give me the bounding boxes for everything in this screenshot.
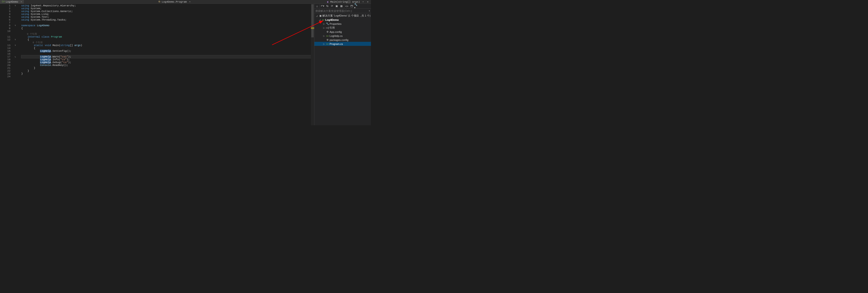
code-line[interactable]	[21, 30, 314, 33]
tree-item-Properties[interactable]: ▷🔧Properties	[314, 22, 371, 26]
expand-arrow-icon[interactable]: ▷	[322, 23, 325, 25]
chevron-down-icon: ▾	[189, 0, 191, 3]
solution-search-input[interactable]	[315, 9, 369, 12]
breadcrumb-file-label: Log4Demo	[6, 0, 18, 3]
tree-item-Program-cs[interactable]: ▷C#Program.cs	[314, 42, 371, 46]
code-line[interactable]: LogHelp.Warn("cs1");	[21, 55, 314, 58]
wrench-icon[interactable]: 🔧▾	[354, 4, 359, 8]
tree-item-label: Properties	[330, 23, 341, 25]
properties-icon[interactable]: 🗔	[349, 4, 354, 8]
breadcrumb-class[interactable]: ⧉ Log4Demo.Program ▾	[156, 0, 193, 4]
chevron-down-icon: ▾	[362, 0, 364, 3]
code-line[interactable]	[21, 52, 314, 55]
sync-icon[interactable]: ⇆	[325, 4, 329, 8]
code-line[interactable]: static void Main(string[] args)	[21, 44, 314, 47]
chevron-down-icon: ▾	[21, 0, 22, 3]
breadcrumb-method[interactable]: ◧ Main(string[] args) ▾	[324, 0, 366, 4]
tree-item-label: 引用	[330, 26, 335, 30]
pencil-icon: ✎	[15, 56, 16, 58]
expand-arrow-icon[interactable]: ▷	[322, 35, 325, 37]
tree-item-label: LogHelp.cs	[330, 35, 343, 37]
tree-item-label: Log4Demo	[325, 19, 339, 21]
scroll-marker	[311, 27, 314, 28]
code-line[interactable]	[21, 75, 314, 78]
view-code-icon[interactable]: <>	[345, 4, 349, 8]
csproj-icon: C#	[321, 19, 325, 21]
wrench-icon: 🔧	[326, 23, 329, 25]
code-line[interactable]: }	[21, 70, 314, 72]
solution-tree[interactable]: ◿▣解决方案 'Log4Demo' (1 个项目，共 1 个)◿C#Log4De…	[314, 13, 371, 125]
tree-item-LogHelp-cs[interactable]: ▷C#LogHelp.cs	[314, 34, 371, 38]
code-line[interactable]: LogHelp.SetConfig();	[21, 50, 314, 52]
tree-item-引用[interactable]: ▷▭▯引用	[314, 26, 371, 30]
csharp-file-icon: C#	[2, 0, 5, 3]
cs-icon: C#	[326, 42, 329, 45]
code-line[interactable]: {	[21, 27, 314, 30]
tree-item-label: App.config	[330, 31, 342, 33]
scroll-marker	[311, 28, 314, 29]
code-line[interactable]: }	[21, 72, 314, 75]
breadcrumb-class-label: Log4Demo.Program	[162, 0, 187, 3]
topbar-right-buttons: ＋	[366, 0, 371, 4]
expand-arrow-icon[interactable]: ▷	[322, 43, 325, 45]
home-icon[interactable]: ⌂	[315, 4, 319, 8]
code-line[interactable]: using System.Text;	[21, 15, 314, 19]
breadcrumb-bar: C# Log4Demo ▾ ⧉ Log4Demo.Program ▾ ◧ Mai…	[0, 0, 371, 4]
workspace: 123456789101112131415161718192021222324 …	[0, 4, 371, 125]
tree-item-label: Program.cs	[330, 42, 343, 45]
refresh-icon[interactable]: ⟳	[330, 4, 334, 8]
code-line[interactable]: {	[21, 38, 314, 41]
solution-toolbar: ⌂ ↶▾ ⇆ ⟳ ▣ ▦ <> 🗔 🔧▾	[314, 4, 371, 8]
dropdown-icon[interactable]: ▾	[369, 10, 370, 12]
history-back-icon[interactable]: ↶▾	[320, 4, 324, 8]
collapse-all-icon[interactable]: ▣	[335, 4, 339, 8]
solution-icon: ▣	[319, 14, 322, 17]
code-line[interactable]: internal class Program	[21, 35, 314, 38]
split-plus-icon[interactable]: ＋	[366, 0, 370, 4]
expand-arrow-icon[interactable]: ▷	[322, 27, 325, 29]
scrollbar-thumb[interactable]	[311, 4, 314, 37]
config-icon: ⚙	[326, 38, 329, 41]
line-number-gutter: 123456789101112131415161718192021222324	[0, 4, 14, 125]
solution-explorer-panel: ⌂ ↶▾ ⇆ ⟳ ▣ ▦ <> 🗔 🔧▾ ▾ ◿▣解决方案 'Log4Demo'…	[314, 4, 371, 125]
vertical-scrollbar[interactable]	[311, 4, 314, 125]
code-editor[interactable]: 123456789101112131415161718192021222324 …	[0, 4, 314, 125]
tree-item-label: packages.config	[330, 38, 348, 41]
project-node[interactable]: ◿C#Log4Demo	[314, 18, 371, 22]
code-line[interactable]: using System.Linq;	[21, 13, 314, 15]
solution-root[interactable]: ◿▣解决方案 'Log4Demo' (1 个项目，共 1 个)	[314, 14, 371, 18]
tree-item-App-config[interactable]: ⚙App.config	[314, 30, 371, 34]
code-line[interactable]: Console.ReadKey();	[21, 64, 314, 67]
code-line[interactable]: 0 个引用	[21, 33, 314, 35]
solution-search[interactable]: ▾	[314, 8, 371, 13]
code-line[interactable]: LogHelp.Debug("cs");	[21, 61, 314, 64]
breadcrumb-file[interactable]: C# Log4Demo ▾	[0, 0, 24, 4]
tree-item-packages-config[interactable]: ⚙packages.config	[314, 38, 371, 42]
code-line[interactable]: using System.Collections.Generic;	[21, 10, 314, 13]
code-line[interactable]: 0 个引用	[21, 41, 314, 44]
code-line[interactable]	[21, 21, 314, 24]
config-icon: ⚙	[326, 31, 329, 33]
code-line[interactable]: LogHelp.Info("cs");	[21, 58, 314, 61]
expand-arrow-icon[interactable]: ◿	[315, 15, 318, 17]
code-line[interactable]: namespace Log4Demo	[21, 24, 314, 27]
code-line[interactable]: using System;	[21, 7, 314, 10]
show-all-icon[interactable]: ▦	[339, 4, 343, 8]
cs-icon: C#	[326, 35, 329, 37]
method-icon: ◧	[327, 0, 329, 3]
ref-icon: ▭▯	[326, 27, 329, 29]
expand-arrow-icon[interactable]: ◿	[318, 19, 321, 21]
code-area[interactable]: using log4net.Repository.Hierarchy;using…	[14, 4, 314, 125]
code-line[interactable]: {	[21, 47, 314, 50]
code-line[interactable]: using log4net.Repository.Hierarchy;	[21, 4, 314, 7]
namespace-icon: ⧉	[158, 0, 161, 3]
code-line[interactable]: using System.Threading.Tasks;	[21, 19, 314, 21]
code-line[interactable]: }	[21, 67, 314, 70]
tree-item-label: 解决方案 'Log4Demo' (1 个项目，共 1 个)	[322, 14, 370, 17]
